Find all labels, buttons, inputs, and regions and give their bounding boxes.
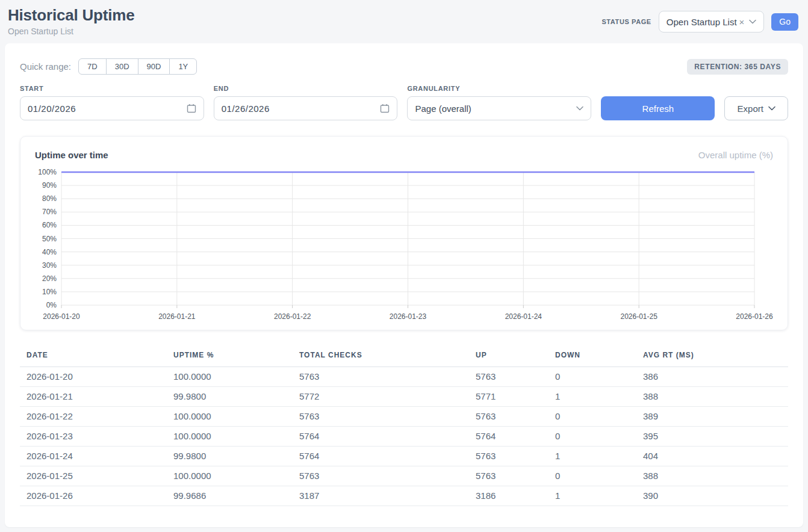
uptime-chart-svg: 0%10%20%30%40%50%60%70%80%90%100%2026-01… (35, 167, 774, 325)
y-axis-tick-label: 10% (42, 288, 57, 296)
export-button[interactable]: Export (724, 96, 788, 120)
start-date-value: 01/20/2026 (28, 104, 76, 114)
quick-range-90d-button[interactable]: 90D (138, 58, 170, 75)
table-cell: 2026-01-22 (20, 407, 167, 427)
uptime-table-head: DATE UPTIME % TOTAL CHECKS UP DOWN AVG R… (20, 345, 788, 367)
chart-title: Uptime over time (35, 150, 108, 160)
y-axis-tick-label: 20% (42, 274, 57, 283)
quick-range-row: Quick range: 7D 30D 90D 1Y RETENTION: 36… (20, 58, 788, 75)
table-cell: 1 (549, 486, 636, 506)
column-header-avg-rt: AVG RT (MS) (636, 345, 788, 367)
uptime-table-body: 2026-01-20100.00005763576303862026-01-21… (20, 367, 788, 506)
table-cell: 1 (549, 387, 636, 407)
y-axis-tick-label: 0% (46, 301, 57, 309)
table-cell: 5763 (469, 367, 549, 387)
table-cell: 5771 (469, 387, 549, 407)
table-cell: 404 (636, 447, 788, 466)
table-row: 2026-01-25100.0000576357630388 (20, 466, 788, 486)
quick-range-30d-button[interactable]: 30D (106, 58, 138, 75)
table-cell: 5763 (469, 466, 549, 486)
refresh-button[interactable]: Refresh (601, 96, 715, 120)
export-button-label: Export (738, 104, 763, 114)
table-cell: 100.0000 (167, 427, 293, 447)
x-axis-tick-label: 2026-01-26 (736, 312, 773, 321)
table-row: 2026-01-2199.9800577257711388 (20, 387, 788, 407)
uptime-table: DATE UPTIME % TOTAL CHECKS UP DOWN AVG R… (20, 345, 788, 506)
table-cell: 2026-01-23 (20, 427, 167, 447)
quick-range-group: Quick range: 7D 30D 90D 1Y (20, 58, 197, 75)
table-cell: 5763 (293, 407, 469, 427)
table-cell: 5763 (469, 407, 549, 427)
start-date-field: START 01/20/2026 (20, 85, 204, 120)
table-row: 2026-01-20100.0000576357630386 (20, 367, 788, 387)
y-axis-tick-label: 70% (42, 208, 57, 216)
page-title: Historical Uptime (8, 6, 134, 25)
end-date-label: END (214, 85, 398, 92)
status-page-label: STATUS PAGE (601, 18, 651, 25)
table-cell: 2026-01-24 (20, 447, 167, 466)
table-cell: 389 (636, 407, 788, 427)
quick-range-label: Quick range: (20, 61, 71, 72)
table-row: 2026-01-2699.9686318731861390 (20, 486, 788, 506)
table-cell: 99.9800 (167, 447, 293, 466)
end-date-field: END 01/26/2026 (214, 85, 398, 120)
calendar-icon[interactable] (380, 104, 390, 113)
column-header-total-checks: TOTAL CHECKS (293, 345, 469, 367)
granularity-value: Page (overall) (415, 104, 471, 114)
y-axis-tick-label: 90% (42, 181, 57, 190)
table-cell: 5764 (469, 427, 549, 447)
table-cell: 99.9800 (167, 387, 293, 407)
granularity-label: GRANULARITY (407, 85, 591, 92)
end-date-input[interactable]: 01/26/2026 (214, 96, 398, 120)
table-cell: 5764 (293, 447, 469, 466)
table-cell: 0 (549, 407, 636, 427)
column-header-date: DATE (20, 345, 167, 367)
end-date-value: 01/26/2026 (222, 104, 270, 114)
table-cell: 100.0000 (167, 367, 293, 387)
y-axis-tick-label: 30% (42, 261, 57, 270)
granularity-field: GRANULARITY Page (overall) (407, 85, 591, 120)
table-cell: 388 (636, 387, 788, 407)
table-cell: 0 (549, 427, 636, 447)
chevron-down-icon (768, 106, 775, 111)
table-cell: 0 (549, 466, 636, 486)
y-axis-tick-label: 80% (42, 194, 57, 203)
chevron-down-icon (576, 106, 583, 111)
table-cell: 2026-01-26 (20, 486, 167, 506)
table-cell: 3186 (469, 486, 549, 506)
table-cell: 100.0000 (167, 466, 293, 486)
clear-icon[interactable]: × (739, 17, 745, 27)
y-axis-tick-label: 100% (38, 168, 57, 176)
start-date-input[interactable]: 01/20/2026 (20, 96, 204, 120)
status-page-select[interactable]: Open Startup List × (659, 11, 765, 32)
column-header-up: UP (469, 345, 549, 367)
table-cell: 2026-01-21 (20, 387, 167, 407)
status-page-select-value: Open Startup List (667, 17, 737, 27)
x-axis-tick-label: 2026-01-20 (43, 312, 80, 321)
chart-header: Uptime over time Overall uptime (%) (35, 150, 773, 160)
y-axis-tick-label: 60% (42, 221, 57, 229)
column-header-uptime: UPTIME % (167, 345, 293, 367)
table-row: 2026-01-2499.9800576457631404 (20, 447, 788, 466)
table-cell: 99.9686 (167, 486, 293, 506)
x-axis-tick-label: 2026-01-22 (274, 312, 311, 321)
quick-range-1y-button[interactable]: 1Y (169, 58, 197, 75)
table-cell: 2026-01-25 (20, 466, 167, 486)
column-header-down: DOWN (549, 345, 636, 367)
y-axis-tick-label: 50% (42, 235, 57, 243)
calendar-icon[interactable] (187, 104, 196, 113)
quick-range-buttons: 7D 30D 90D 1Y (78, 58, 197, 75)
table-cell: 395 (636, 427, 788, 447)
quick-range-7d-button[interactable]: 7D (78, 58, 107, 75)
x-axis-tick-label: 2026-01-25 (620, 312, 657, 321)
filter-fields-row: START 01/20/2026 END 01/26/2026 (20, 85, 788, 120)
granularity-select[interactable]: Page (overall) (407, 96, 591, 120)
table-cell: 386 (636, 367, 788, 387)
go-button[interactable]: Go (771, 13, 798, 31)
table-row: 2026-01-23100.0000576457640395 (20, 427, 788, 447)
page-header: Historical Uptime Open Startup List STAT… (0, 0, 808, 43)
table-cell: 5772 (293, 387, 469, 407)
chart-legend: Overall uptime (%) (698, 150, 773, 160)
chevron-down-icon (749, 19, 756, 24)
table-cell: 5764 (293, 427, 469, 447)
